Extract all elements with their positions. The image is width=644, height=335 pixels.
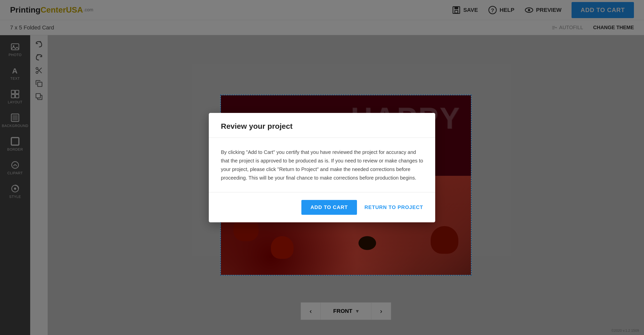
modal-header: Review your project	[209, 113, 435, 138]
modal-add-to-cart-button[interactable]: ADD TO CART	[301, 200, 357, 215]
modal-return-to-project-button[interactable]: RETURN TO PROJECT	[365, 204, 423, 210]
modal-title: Review your project	[221, 122, 423, 131]
modal-body: By clicking "Add to Cart" you certify th…	[209, 138, 435, 192]
review-modal: Review your project By clicking "Add to …	[209, 113, 435, 222]
modal-body-text: By clicking "Add to Cart" you certify th…	[221, 148, 423, 182]
modal-footer: ADD TO CART RETURN TO PROJECT	[209, 192, 435, 222]
modal-overlay: Review your project By clicking "Add to …	[0, 0, 644, 335]
